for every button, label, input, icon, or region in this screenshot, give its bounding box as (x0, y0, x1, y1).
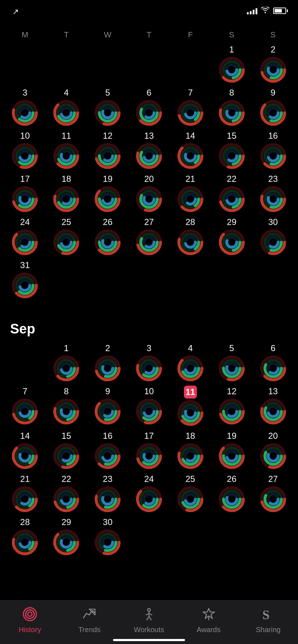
calendar-day[interactable]: 28 (170, 215, 211, 258)
calendar-day[interactable]: 16 (252, 129, 294, 172)
calendar-day[interactable]: 24 (4, 215, 46, 258)
calendar-day[interactable]: 14 (170, 129, 211, 172)
calendar-day[interactable]: 14 (4, 429, 46, 472)
calendar-day[interactable]: 21 (170, 172, 211, 215)
activity-ring (260, 229, 286, 255)
calendar-day[interactable]: 17 (4, 172, 46, 215)
nav-sharing[interactable]: S Sharing (250, 605, 286, 634)
activity-ring (136, 399, 162, 424)
calendar-day[interactable]: 13 (252, 384, 294, 429)
nav-awards[interactable]: Awards (191, 605, 227, 634)
day-number: 4 (188, 342, 193, 354)
calendar-day[interactable]: 25 (170, 472, 211, 515)
calendar-day[interactable]: 22 (46, 472, 87, 515)
calendar-day[interactable]: 4 (170, 341, 211, 384)
calendar-day[interactable]: 6 (252, 341, 294, 384)
calendar-day[interactable]: 7 (4, 384, 46, 429)
calendar-day[interactable]: 11 (170, 384, 211, 429)
calendar-day[interactable]: 19 (87, 172, 128, 215)
activity-ring (95, 355, 121, 381)
day-number: 26 (103, 216, 113, 228)
calendar-day[interactable]: 3 (4, 86, 46, 129)
calendar-day[interactable]: 23 (87, 472, 128, 515)
calendar-day[interactable]: 23 (252, 172, 294, 215)
day-number: 2 (105, 342, 110, 354)
calendar-day[interactable]: 1 (211, 42, 252, 86)
calendar-day[interactable]: 12 (87, 129, 128, 172)
calendar-day[interactable]: 20 (252, 429, 294, 472)
calendar-day[interactable]: 21 (4, 472, 46, 515)
calendar-day[interactable]: 31 (4, 258, 46, 301)
calendar-day[interactable]: 1 (46, 341, 87, 384)
nav-history[interactable]: History (12, 605, 48, 634)
calendar-day[interactable]: 29 (211, 215, 252, 258)
day-number: 27 (268, 473, 278, 485)
calendar-day[interactable]: 10 (128, 384, 170, 429)
nav-workouts[interactable]: Workouts (131, 605, 167, 634)
calendar-day[interactable]: 30 (252, 215, 294, 258)
calendar-day (170, 515, 211, 558)
calendar-day[interactable]: 3 (128, 341, 170, 384)
activity-ring (53, 529, 79, 555)
calendar-day[interactable]: 18 (46, 172, 87, 215)
calendar-day[interactable]: 5 (211, 341, 252, 384)
calendar-day[interactable]: 13 (128, 129, 170, 172)
calendar-day[interactable]: 24 (128, 472, 170, 515)
calendar-day (128, 258, 170, 301)
awards-icon (199, 605, 218, 624)
calendar-day[interactable]: 8 (211, 86, 252, 129)
day-number: 3 (146, 342, 151, 354)
calendar-day[interactable]: 5 (87, 86, 128, 129)
day-number: 20 (268, 430, 278, 442)
calendar-day[interactable]: 8 (46, 384, 87, 429)
calendar-scroll: 1 2 3 (0, 42, 298, 629)
day-number: 24 (20, 216, 30, 228)
dow-tuesday: T (46, 29, 87, 41)
calendar-day[interactable]: 18 (170, 429, 211, 472)
calendar-day[interactable]: 20 (128, 172, 170, 215)
calendar-day[interactable]: 28 (4, 515, 46, 558)
day-number: 10 (20, 130, 30, 142)
nav-workouts-label: Workouts (134, 626, 164, 634)
day-number: 13 (144, 130, 154, 142)
calendar-day[interactable]: 22 (211, 172, 252, 215)
calendar-day[interactable]: 11 (46, 129, 87, 172)
calendar-day[interactable]: 25 (46, 215, 87, 258)
dow-monday: M (4, 29, 46, 41)
calendar-day[interactable]: 9 (87, 384, 128, 429)
calendar-day[interactable]: 16 (87, 429, 128, 472)
calendar-day[interactable]: 19 (211, 429, 252, 472)
activity-ring (177, 486, 203, 512)
day-number: 2 (271, 44, 275, 55)
activity-ring (12, 486, 38, 512)
calendar-day[interactable]: 30 (87, 515, 128, 558)
calendar-day[interactable]: 15 (46, 429, 87, 472)
calendar-day[interactable]: 17 (128, 429, 170, 472)
activity-ring (95, 529, 121, 555)
activity-ring (53, 443, 79, 469)
calendar-day[interactable]: 10 (4, 129, 46, 172)
nav-trends[interactable]: Trends (71, 605, 107, 634)
calendar-day[interactable]: 7 (170, 86, 211, 129)
nav-awards-label: Awards (197, 626, 220, 634)
calendar-day[interactable]: 27 (128, 215, 170, 258)
calendar-day[interactable]: 29 (46, 515, 87, 558)
calendar-day[interactable]: 2 (252, 42, 294, 86)
activity-ring (177, 143, 203, 169)
calendar-day[interactable]: 12 (211, 384, 252, 429)
calendar-day[interactable]: 2 (87, 341, 128, 384)
calendar-day[interactable]: 27 (252, 472, 294, 515)
calendar-day (4, 42, 46, 86)
calendar-day[interactable]: 9 (252, 86, 294, 129)
calendar-day (46, 42, 87, 86)
calendar-day[interactable]: 6 (128, 86, 170, 129)
calendar-day[interactable]: 26 (87, 215, 128, 258)
activity-ring (95, 486, 121, 512)
activity-ring (95, 399, 121, 424)
day-number: 9 (105, 386, 110, 397)
calendar-day[interactable]: 26 (211, 472, 252, 515)
calendar-day[interactable]: 4 (46, 86, 87, 129)
day-number: 22 (62, 473, 71, 485)
day-number: 1 (229, 44, 234, 55)
calendar-day[interactable]: 15 (211, 129, 252, 172)
